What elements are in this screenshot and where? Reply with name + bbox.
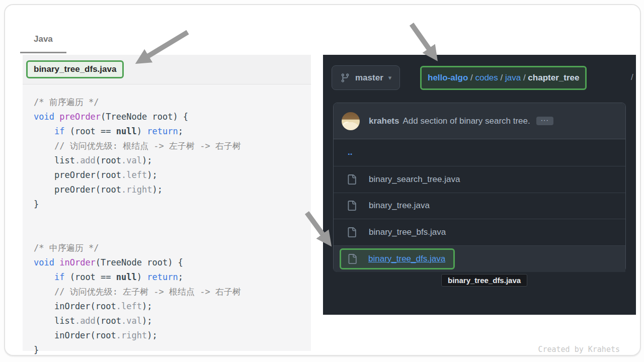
code-line: list.add(root.val); — [34, 153, 241, 168]
code-line — [34, 212, 241, 226]
git-branch-icon — [340, 73, 350, 83]
avatar[interactable] — [342, 112, 360, 130]
screenshot-root: Java binary_tree_dfs.java /* 前序遍历 */void… — [0, 0, 644, 362]
branch-label: master — [355, 73, 383, 83]
file-link[interactable]: binary_search_tree.java — [369, 174, 460, 185]
file-link[interactable]: binary_tree_bfs.java — [369, 227, 446, 237]
commit-author-link[interactable]: krahets — [369, 116, 399, 126]
file-list: ..binary_search_tree.javabinary_tree.jav… — [334, 139, 625, 272]
filename-label: binary_tree_dfs.java — [34, 64, 116, 74]
breadcrumb-separator: / — [521, 73, 528, 82]
code-line: inOrder(root.right); — [34, 328, 241, 343]
github-panel: master ▾ hello-algo / codes / java / cha… — [323, 55, 636, 315]
code-panel: binary_tree_dfs.java /* 前序遍历 */void preO… — [23, 55, 311, 351]
filename-highlight-box: binary_tree_dfs.java — [26, 60, 124, 78]
file-browser: krahets Add section of binary search tre… — [333, 103, 626, 272]
commit-text: krahets Add section of binary search tre… — [369, 116, 553, 126]
code-line: } — [34, 343, 241, 357]
breadcrumb-trailing-slash: / — [631, 72, 633, 82]
code-line: preOrder(root.right); — [34, 183, 241, 197]
tab-java[interactable]: Java — [34, 34, 53, 44]
code-line: if (root == null) return; — [34, 124, 241, 139]
code-line: list.add(root.val); — [34, 314, 241, 328]
file-row-binary_tree_dfs.java[interactable]: binary_tree_dfs.java — [334, 245, 625, 272]
code-line: inOrder(root.left); — [34, 299, 241, 314]
tab-active-indicator — [20, 52, 66, 53]
credit-text: Created by Krahets — [538, 345, 620, 354]
file-row-binary_tree.java[interactable]: binary_tree.java — [334, 193, 625, 219]
file-link[interactable]: binary_tree_dfs.java — [368, 254, 445, 264]
chevron-down-icon: ▾ — [388, 74, 392, 81]
branch-selector-button[interactable]: master ▾ — [332, 65, 400, 90]
breadcrumb: hello-algo / codes / java / chapter_tree — [428, 73, 579, 83]
breadcrumb-segment-java[interactable]: java — [505, 73, 521, 82]
code-line: void inOrder(TreeNode root) { — [34, 255, 241, 270]
code-line: // 访问优先级: 根结点 -> 左子树 -> 右子树 — [34, 139, 241, 153]
breadcrumb-segment-chapter_tree: chapter_tree — [528, 73, 579, 82]
commit-header: krahets Add section of binary search tre… — [334, 103, 625, 139]
file-row-up[interactable]: .. — [334, 139, 625, 166]
breadcrumb-segment-hello-algo[interactable]: hello-algo — [428, 73, 468, 82]
code-line: if (root == null) return; — [34, 270, 241, 285]
code-line: preOrder(root.left); — [34, 168, 241, 183]
code-line: /* 前序遍历 */ — [34, 95, 241, 110]
file-link[interactable]: binary_tree.java — [369, 201, 430, 211]
commit-more-button[interactable]: ··· — [536, 117, 553, 125]
file-icon — [347, 174, 357, 185]
breadcrumb-segment-codes[interactable]: codes — [475, 73, 498, 82]
commit-message-link[interactable]: Add section of binary search tree. — [403, 116, 530, 126]
file-icon — [347, 254, 357, 264]
parent-directory-link[interactable]: .. — [348, 147, 352, 157]
code-header: binary_tree_dfs.java — [23, 55, 311, 84]
breadcrumb-separator: / — [468, 73, 475, 82]
file-row-binary_tree_bfs.java[interactable]: binary_tree_bfs.java — [334, 219, 625, 245]
file-highlight-box: binary_tree_dfs.java — [340, 248, 455, 269]
breadcrumb-separator: / — [498, 73, 505, 82]
code-block: /* 前序遍历 */void preOrder(TreeNode root) {… — [34, 95, 241, 357]
code-line: } — [34, 197, 241, 212]
code-line: // 访问优先级: 左子树 -> 根结点 -> 右子树 — [34, 285, 241, 299]
code-line — [34, 226, 241, 241]
file-icon — [347, 201, 357, 211]
breadcrumb-highlight-box: hello-algo / codes / java / chapter_tree — [420, 66, 587, 90]
file-icon — [347, 227, 357, 237]
code-line: void preOrder(TreeNode root) { — [34, 110, 241, 124]
figure-card: Java binary_tree_dfs.java /* 前序遍历 */void… — [4, 4, 641, 356]
tooltip: binary_tree_dfs.java — [441, 274, 527, 287]
code-line: /* 中序遍历 */ — [34, 241, 241, 255]
file-row-binary_search_tree.java[interactable]: binary_search_tree.java — [334, 166, 625, 193]
arrow-to-breadcrumb — [412, 24, 433, 55]
